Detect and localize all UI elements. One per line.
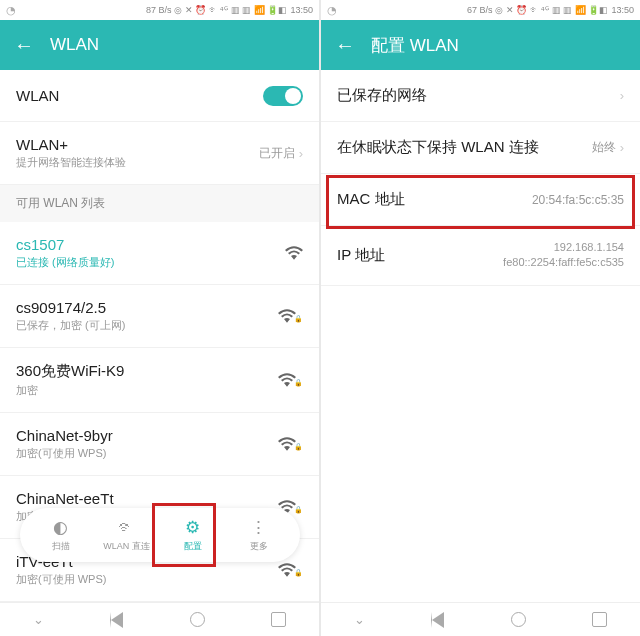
page-title: 配置 WLAN xyxy=(371,34,459,57)
network-name: cs909174/2.5 xyxy=(16,299,278,316)
gear-icon: ⚙ xyxy=(185,517,200,538)
nav-back-icon[interactable] xyxy=(431,612,444,628)
nav-home-icon[interactable] xyxy=(190,612,205,627)
wlan-direct-button[interactable]: ᯤ WLAN 直连 xyxy=(97,518,157,553)
scan-icon: ◐ xyxy=(53,517,68,538)
lock-icon: 🔒 xyxy=(294,569,303,577)
saved-label: 已保存的网络 xyxy=(337,86,620,105)
system-nav-bar: ⌄ xyxy=(0,602,319,636)
scan-button[interactable]: ◐ 扫描 xyxy=(31,517,91,553)
app-header: ← WLAN xyxy=(0,20,319,70)
notif-icon: ◔ xyxy=(327,4,337,17)
nav-recent-icon[interactable] xyxy=(592,612,607,627)
back-icon[interactable]: ← xyxy=(335,34,355,57)
network-sub: 加密(可使用 WPS) xyxy=(16,572,278,587)
notif-icon: ◔ xyxy=(6,4,16,17)
wlan-plus-row[interactable]: WLAN+ 提升网络智能连接体验 已开启 › xyxy=(0,122,319,185)
wlan-plus-sub: 提升网络智能连接体验 xyxy=(16,155,259,170)
speed-indicator: 67 B/s xyxy=(467,5,493,15)
mac-address-row: MAC 地址 20:54:fa:5c:c5:35 xyxy=(321,174,640,226)
network-sub: 已连接 (网络质量好) xyxy=(16,255,285,270)
wlan-plus-title: WLAN+ xyxy=(16,136,259,153)
network-row[interactable]: ChinaNet-9byr 加密(可使用 WPS) 🔒 xyxy=(0,413,319,476)
status-icons: ◎ ✕ ⏰ ᯤ ⁴ᴳ ▥ ▥ 📶 🔋◧ xyxy=(495,5,608,15)
system-nav-bar: ⌄ xyxy=(321,602,640,636)
sleep-label: 在休眠状态下保持 WLAN 连接 xyxy=(337,138,592,157)
network-row[interactable]: 360免费WiFi-K9 加密 🔒 xyxy=(0,348,319,413)
sleep-value: 始终 xyxy=(592,139,616,156)
content-area: 已保存的网络 › 在休眠状态下保持 WLAN 连接 始终 › MAC 地址 20… xyxy=(321,70,640,602)
mac-label: MAC 地址 xyxy=(337,190,532,209)
wlan-config-screen: ◔ 67 B/s ◎ ✕ ⏰ ᯤ ⁴ᴳ ▥ ▥ 📶 🔋◧ 13:50 ← 配置 … xyxy=(321,0,640,636)
network-sub: 加密(可使用 WPS) xyxy=(16,446,278,461)
ip-label: IP 地址 xyxy=(337,246,503,265)
network-name: 360免费WiFi-K9 xyxy=(16,362,278,381)
app-header: ← 配置 WLAN xyxy=(321,20,640,70)
nav-chevron-icon[interactable]: ⌄ xyxy=(33,612,44,627)
wlan-plus-status: 已开启 xyxy=(259,145,295,162)
clock: 13:50 xyxy=(611,5,634,15)
lock-icon: 🔒 xyxy=(294,506,303,514)
status-icons: ◎ ✕ ⏰ ᯤ ⁴ᴳ ▥ ▥ 📶 🔋◧ xyxy=(174,5,287,15)
saved-networks-row[interactable]: 已保存的网络 › xyxy=(321,70,640,122)
ip-v4: 192.168.1.154 xyxy=(503,240,624,255)
lock-icon: 🔒 xyxy=(294,443,303,451)
config-button[interactable]: ⚙ 配置 xyxy=(163,517,223,553)
speed-indicator: 87 B/s xyxy=(146,5,172,15)
config-label: 配置 xyxy=(184,540,202,553)
nav-recent-icon[interactable] xyxy=(271,612,286,627)
network-name: cs1507 xyxy=(16,236,285,253)
status-bar: ◔ 87 B/s ◎ ✕ ⏰ ᯤ ⁴ᴳ ▥ ▥ 📶 🔋◧ 13:50 xyxy=(0,0,319,20)
scan-label: 扫描 xyxy=(52,540,70,553)
content-area: WLAN WLAN+ 提升网络智能连接体验 已开启 › 可用 WLAN 列表 c… xyxy=(0,70,319,602)
lock-icon: 🔒 xyxy=(294,315,303,323)
nav-back-icon[interactable] xyxy=(110,612,123,628)
wlan-label: WLAN xyxy=(16,87,263,104)
nav-chevron-icon[interactable]: ⌄ xyxy=(354,612,365,627)
bottom-toolbar: ◐ 扫描 ᯤ WLAN 直连 ⚙ 配置 ⋮ 更多 xyxy=(20,508,300,562)
wifi-icon xyxy=(285,246,303,260)
network-row[interactable]: cs909174/2.5 已保存，加密 (可上网) 🔒 xyxy=(0,285,319,348)
status-bar: ◔ 67 B/s ◎ ✕ ⏰ ᯤ ⁴ᴳ ▥ ▥ 📶 🔋◧ 13:50 xyxy=(321,0,640,20)
nav-home-icon[interactable] xyxy=(511,612,526,627)
wlan-toggle-row[interactable]: WLAN xyxy=(0,70,319,122)
available-networks-header: 可用 WLAN 列表 xyxy=(0,185,319,222)
wifi-direct-icon: ᯤ xyxy=(118,518,135,538)
clock: 13:50 xyxy=(290,5,313,15)
wlan-screen: ◔ 87 B/s ◎ ✕ ⏰ ᯤ ⁴ᴳ ▥ ▥ 📶 🔋◧ 13:50 ← WLA… xyxy=(0,0,319,636)
ip-v6: fe80::2254:faff:fe5c:c535 xyxy=(503,255,624,270)
ip-address-row: IP 地址 192.168.1.154 fe80::2254:faff:fe5c… xyxy=(321,226,640,286)
network-sub: 已保存，加密 (可上网) xyxy=(16,318,278,333)
chevron-right-icon: › xyxy=(620,88,624,103)
network-row[interactable]: cs1507 已连接 (网络质量好) xyxy=(0,222,319,285)
direct-label: WLAN 直连 xyxy=(103,540,150,553)
mac-value: 20:54:fa:5c:c5:35 xyxy=(532,193,624,207)
chevron-right-icon: › xyxy=(620,140,624,155)
network-name: ChinaNet-eeTt xyxy=(16,490,278,507)
chevron-right-icon: › xyxy=(299,146,303,161)
sleep-wlan-row[interactable]: 在休眠状态下保持 WLAN 连接 始终 › xyxy=(321,122,640,174)
network-name: ChinaNet-9byr xyxy=(16,427,278,444)
more-button[interactable]: ⋮ 更多 xyxy=(229,517,289,553)
more-label: 更多 xyxy=(250,540,268,553)
page-title: WLAN xyxy=(50,35,99,55)
lock-icon: 🔒 xyxy=(294,379,303,387)
more-icon: ⋮ xyxy=(250,517,267,538)
wlan-toggle[interactable] xyxy=(263,86,303,106)
network-sub: 加密 xyxy=(16,383,278,398)
back-icon[interactable]: ← xyxy=(14,34,34,57)
